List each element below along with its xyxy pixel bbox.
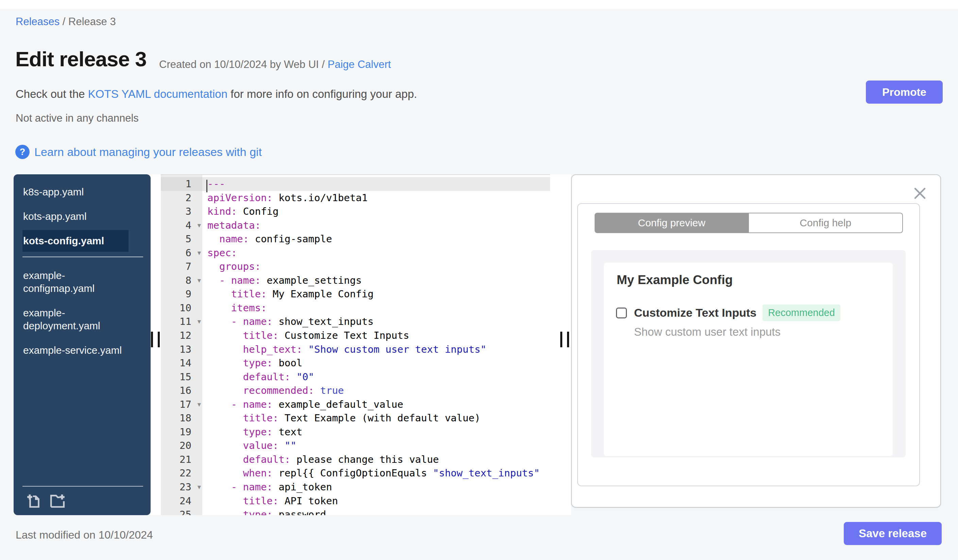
gutter-line-number: 15 [161, 370, 202, 384]
last-modified-text: Last modified on 10/10/2024 [16, 529, 153, 541]
sidebar-footer [22, 486, 143, 515]
gutter-line-number: 5 [161, 232, 202, 246]
fold-toggle-icon[interactable]: ▼ [198, 397, 201, 411]
code-line: spec: [202, 246, 550, 260]
gutter-line-number: 16 [161, 384, 202, 397]
fold-toggle-icon[interactable]: ▼ [198, 274, 201, 288]
gutter-line-number: 2 [161, 191, 202, 205]
fold-toggle-icon[interactable]: ▼ [198, 315, 201, 329]
promote-button[interactable]: Promote [866, 81, 943, 104]
gutter-line-number: 25 [161, 508, 202, 515]
sidebar-item-example-deployment[interactable]: example-deployment.yaml [22, 302, 128, 337]
git-help-row: ? Learn about managing your releases wit… [15, 144, 262, 160]
sidebar-item-example-service[interactable]: example-service.yaml [22, 340, 128, 361]
gutter-line-number: 12 [161, 329, 202, 343]
config-preview-panel: Config preview Config help My Example Co… [571, 174, 941, 508]
code-line: type: bool [202, 356, 550, 370]
help-question-icon[interactable]: ? [15, 145, 30, 159]
page-title: Edit release 3 [15, 47, 146, 71]
code-line: title: Text Example (with default value) [202, 411, 550, 425]
gutter-line-number: 13 [161, 343, 202, 356]
gutter-line-number: 20 [161, 439, 202, 452]
add-file-icon[interactable] [25, 492, 42, 509]
code-line: apiVersion: kots.io/v1beta1 [202, 191, 550, 205]
gutter-line-number: 14 [161, 356, 202, 370]
gutter-line-number: 9 [161, 287, 202, 301]
code-line: recommended: true [202, 384, 550, 397]
config-item-help-text: Show custom user text inputs [634, 326, 780, 339]
doc-line-suffix: for more info on configuring your app. [227, 88, 417, 100]
text-cursor [206, 180, 207, 192]
sidebar-item-kots-config[interactable]: kots-config.yaml [22, 230, 128, 252]
preview-resize-handle[interactable] [560, 332, 569, 347]
sidebar-item-k8s-app[interactable]: k8s-app.yaml [22, 181, 128, 203]
code-line: groups: [202, 259, 550, 274]
gutter-line-number: 18 [161, 411, 202, 425]
gutter-line-number: 4▼ [161, 218, 202, 233]
code-line: help_text: "Show custom user text inputs… [202, 343, 550, 356]
code-line: default: "0" [202, 370, 550, 384]
gutter-line-number: 6▼ [161, 246, 202, 260]
editor-code-area[interactable]: ---apiVersion: kots.io/v1beta1kind: Conf… [202, 175, 550, 515]
channel-status: Not active in any channels [16, 112, 139, 124]
code-line: title: API token [202, 494, 550, 508]
page-top-band [0, 0, 958, 9]
git-releases-link[interactable]: Learn about managing your releases with … [34, 146, 262, 159]
code-line: value: "" [202, 439, 550, 452]
gutter-line-number: 7 [161, 259, 202, 274]
gutter-line-number: 10 [161, 301, 202, 315]
sidebar-resize-handle[interactable] [151, 332, 160, 347]
code-line: --- [202, 177, 550, 191]
gutter-line-number: 11▼ [161, 315, 202, 329]
code-line: default: please change this value [202, 452, 550, 467]
doc-line-prefix: Check out the [16, 88, 88, 100]
gutter-line-number: 23▼ [161, 480, 202, 494]
preview-tab-bar: Config preview Config help [595, 213, 903, 233]
sidebar-item-kots-app[interactable]: kots-app.yaml [22, 206, 128, 227]
created-meta-text: Created on 10/10/2024 by Web UI / [159, 59, 328, 70]
breadcrumb-separator: / [59, 16, 68, 27]
breadcrumb: Releases / Release 3 [16, 16, 116, 28]
gutter-line-number: 17▼ [161, 397, 202, 411]
code-line: - name: example_default_value [202, 397, 550, 411]
config-render-area: My Example Config Customize Text Inputs … [591, 250, 906, 457]
yaml-code-editor[interactable]: 1234▼56▼78▼91011▼121314151617▼1819202122… [161, 174, 550, 515]
code-line: type: password [202, 508, 550, 515]
gutter-line-number: 3 [161, 204, 202, 218]
code-line: metadata: [202, 218, 550, 233]
code-line: type: text [202, 425, 550, 439]
tab-config-help[interactable]: Config help [749, 213, 903, 233]
breadcrumb-current: Release 3 [68, 16, 116, 27]
config-group-title: My Example Config [617, 273, 733, 287]
config-item-label: Customize Text Inputs [634, 306, 757, 320]
gutter-line-number: 24 [161, 494, 202, 508]
doc-line: Check out the KOTS YAML documentation fo… [16, 88, 417, 101]
fold-toggle-icon[interactable]: ▼ [198, 480, 201, 494]
kots-yaml-doc-link[interactable]: KOTS YAML documentation [88, 88, 227, 100]
config-preview-card: Config preview Config help My Example Co… [577, 203, 920, 486]
customize-text-inputs-checkbox[interactable] [616, 307, 627, 318]
add-folder-icon[interactable] [49, 492, 66, 509]
file-tree-sidebar: k8s-app.yaml kots-app.yaml kots-config.y… [14, 174, 151, 515]
fold-toggle-icon[interactable]: ▼ [198, 218, 201, 233]
code-line: when: repl{{ ConfigOptionEquals "show_te… [202, 466, 550, 480]
editor-gutter: 1234▼56▼78▼91011▼121314151617▼1819202122… [161, 175, 202, 515]
code-line: - name: example_settings [202, 274, 550, 288]
gutter-line-number: 21 [161, 452, 202, 467]
created-meta: Created on 10/10/2024 by Web UI / Paige … [159, 59, 391, 71]
config-item-row: Customize Text Inputs Recommended [616, 304, 841, 321]
gutter-line-number: 19 [161, 425, 202, 439]
close-icon[interactable] [912, 186, 928, 201]
code-line: - name: show_text_inputs [202, 315, 550, 329]
breadcrumb-releases-link[interactable]: Releases [16, 16, 59, 27]
tab-config-preview[interactable]: Config preview [595, 213, 749, 233]
code-line: kind: Config [202, 204, 550, 218]
created-author-link[interactable]: Paige Calvert [328, 59, 391, 70]
save-release-button[interactable]: Save release [844, 522, 942, 545]
config-group-card: My Example Config Customize Text Inputs … [604, 263, 893, 456]
fold-toggle-icon[interactable]: ▼ [198, 246, 201, 260]
sidebar-item-example-configmap[interactable]: example-configmap.yaml [22, 265, 128, 299]
code-line: title: My Example Config [202, 287, 550, 301]
gutter-line-number: 22 [161, 466, 202, 480]
recommended-badge: Recommended [763, 304, 841, 321]
